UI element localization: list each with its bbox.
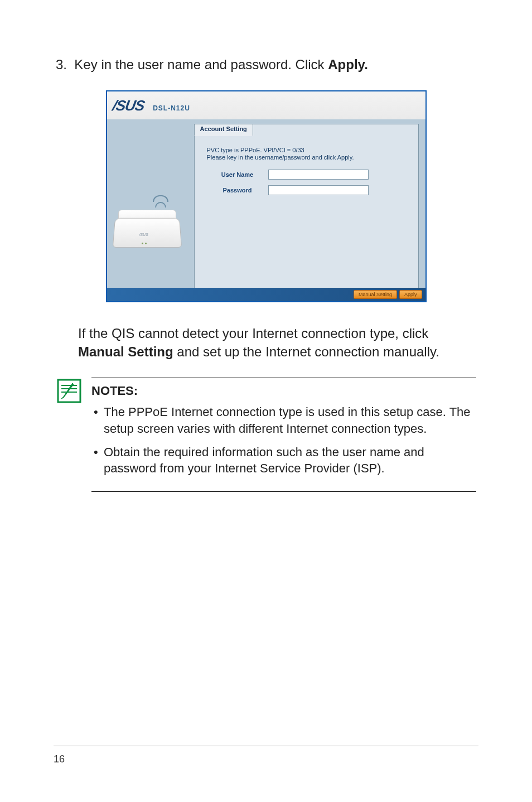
model-text: DSL-N12U [153,104,190,112]
step-3-instruction: 3. Key in the user name and password. Cl… [56,56,476,74]
asus-logo: /SUS DSL-N12U [113,97,190,114]
note-item-2: Obtain the required information such as … [91,444,476,477]
notes-section: NOTES: The PPPoE Internet connection typ… [56,378,476,492]
qis-line1: If the QIS cannot detect your Internet c… [78,326,428,341]
ui-bottom-bar: Manual Setting Apply [107,288,425,301]
screenshot-container: /SUS DSL-N12U /SUS [56,90,476,302]
username-input[interactable] [268,170,369,180]
password-label: Password [207,187,268,194]
step-text: Key in the user name and password. Click [74,57,328,72]
brand-text: /SUS [111,97,146,114]
ui-header: /SUS DSL-N12U [107,91,425,119]
page-number: 16 [54,753,65,765]
panel-content: PVC type is PPPoE. VPI/VCI = 0/33 Please… [207,147,406,201]
note-item-1: The PPPoE Internet connection type is us… [91,404,476,437]
username-label: User Name [207,171,268,178]
username-row: User Name [207,170,406,180]
pvc-type-text: PVC type is PPPoE. VPI/VCI = 0/33 [207,147,406,153]
password-row: Password [207,185,406,195]
apply-word: Apply. [328,57,368,72]
manual-page: 3. Key in the user name and password. Cl… [0,0,532,802]
qis-paragraph: If the QIS cannot detect your Internet c… [78,325,476,361]
footer-rule [54,746,478,746]
password-input[interactable] [268,185,369,195]
step-number: 3. [56,57,67,72]
manual-setting-button[interactable]: Manual Setting [354,290,397,299]
router-device-icon: /SUS [114,197,181,248]
router-ui-screenshot: /SUS DSL-N12U /SUS [106,90,427,302]
router-illustration: /SUS [109,136,187,264]
ui-body: /SUS Account Setting PVC type is PPPoE. … [107,119,425,301]
notes-icon [56,378,83,404]
instruction-text: Please key in the username/password and … [207,154,406,161]
apply-button[interactable]: Apply [399,290,422,299]
qis-tail: and set up the Internet connection manua… [173,344,439,359]
notes-heading: NOTES: [91,384,476,398]
manual-setting-bold: Manual Setting [78,344,173,359]
panel-tab: Account Setting [194,124,253,136]
notes-list: The PPPoE Internet connection type is us… [91,404,476,477]
account-setting-panel: Account Setting PVC type is PPPoE. VPI/V… [194,124,419,291]
notes-block: NOTES: The PPPoE Internet connection typ… [91,378,476,492]
